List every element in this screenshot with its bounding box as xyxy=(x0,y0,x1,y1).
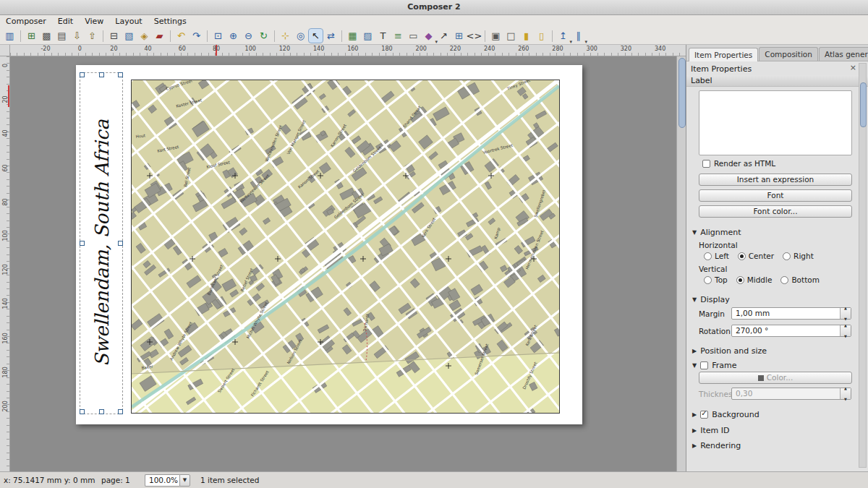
radio-middle[interactable]: Middle xyxy=(736,275,773,284)
refresh-view-icon[interactable]: ↻ xyxy=(257,29,271,43)
redo-icon[interactable]: ↷ xyxy=(190,29,203,43)
color-swatch-icon xyxy=(758,375,764,381)
align-items-icon[interactable]: ∥▾ xyxy=(571,29,585,43)
zoom-in-icon[interactable]: ⊕ xyxy=(226,29,240,43)
radio-button-icon[interactable] xyxy=(783,252,791,260)
panel-vertical-scrollbar[interactable] xyxy=(859,63,867,468)
radio-left[interactable]: Left xyxy=(704,252,729,260)
frame-color-button[interactable]: Color... xyxy=(699,372,852,384)
item-id-section-toggle[interactable]: ▶ Item ID xyxy=(692,426,729,435)
font-button[interactable]: Font xyxy=(699,189,852,202)
font-color-button[interactable]: Font color... xyxy=(699,205,852,218)
chevron-down-icon: ▼ xyxy=(692,362,697,369)
move-item-content-icon[interactable]: ⇄ xyxy=(324,29,338,43)
background-checkbox[interactable] xyxy=(700,411,708,419)
composer-manager-icon[interactable]: ▤ xyxy=(55,29,69,43)
frame-section-toggle[interactable]: ▼ Frame xyxy=(692,361,736,370)
alignment-section-toggle[interactable]: ▼ Alignment xyxy=(692,228,741,237)
add-new-map-icon[interactable]: ▦ xyxy=(346,29,359,43)
export-as-image-icon[interactable]: ▧ xyxy=(122,29,136,43)
radio-bottom[interactable]: Bottom xyxy=(780,275,820,284)
chevron-down-icon: ▼ xyxy=(692,296,697,303)
vertical-ruler[interactable]: 020406080100120140160180200 xyxy=(0,56,10,471)
add-new-label-icon[interactable]: T xyxy=(376,29,390,43)
zoom-full-icon[interactable]: ⊡ xyxy=(211,29,225,43)
unlock-all-items-icon[interactable]: ▯ xyxy=(535,29,548,43)
new-composer-icon[interactable]: ⊞ xyxy=(25,29,38,43)
canvas-vertical-scrollbar[interactable] xyxy=(676,56,686,471)
zoom-level-value[interactable]: 100.0% xyxy=(145,474,179,487)
pan-icon[interactable]: ⊹ xyxy=(278,29,292,43)
spinner-arrows-icon[interactable]: ▲▼ xyxy=(840,325,851,336)
zoom-combo[interactable]: 100.0% ▼ xyxy=(145,474,190,487)
background-section-label: Background xyxy=(712,410,760,419)
dropdown-arrow-icon[interactable]: ▼ xyxy=(179,474,190,487)
tab-item-properties[interactable]: Item Properties xyxy=(689,48,758,61)
tab-atlas-generation[interactable]: Atlas generation xyxy=(819,47,868,61)
horizontal-ruler[interactable]: -200204060801001201401601802002202402602… xyxy=(10,45,686,56)
thickness-input[interactable]: 0,30 ▲▼ xyxy=(731,388,851,400)
canvas-scrollbar-thumb[interactable] xyxy=(678,58,686,128)
radio-button-icon[interactable] xyxy=(780,276,788,284)
close-icon[interactable]: × xyxy=(850,63,856,72)
radio-center[interactable]: Center xyxy=(738,252,774,260)
radio-button-icon[interactable] xyxy=(738,252,746,260)
background-section-toggle[interactable]: ▶ Background xyxy=(692,410,760,419)
radio-button-icon[interactable] xyxy=(736,276,744,284)
position-size-section-toggle[interactable]: ▶ Position and size xyxy=(692,346,767,356)
add-attribute-table-icon[interactable]: ⊞ xyxy=(452,29,466,43)
undo-icon[interactable]: ↶ xyxy=(174,29,188,43)
render-as-html-checkbox[interactable] xyxy=(702,160,710,168)
menu-view[interactable]: View xyxy=(79,17,109,26)
ruler-label: 220 xyxy=(450,46,461,52)
page-indicator: page: 1 xyxy=(101,476,141,484)
export-as-svg-icon[interactable]: ◈ xyxy=(137,29,151,43)
ungroup-items-icon[interactable]: □ xyxy=(504,29,518,43)
dropdown-arrow-icon[interactable]: ▾ xyxy=(584,39,587,45)
radio-top[interactable]: Top xyxy=(704,275,728,284)
raise-selected-items-icon[interactable]: ↥▾ xyxy=(556,29,570,43)
chevron-down-icon: ▼ xyxy=(692,229,697,236)
map-item[interactable]: Cyprus StreetKoster StreetTiney StreetHo… xyxy=(131,80,560,414)
insert-expression-button[interactable]: Insert an expression xyxy=(699,174,852,186)
add-basic-shape-icon[interactable]: ◆▾ xyxy=(422,29,435,43)
save-as-template-icon[interactable]: ⇧ xyxy=(85,29,99,43)
zoom-out-icon[interactable]: ⊖ xyxy=(242,29,255,43)
rotation-input[interactable]: 270,00 ° ▲▼ xyxy=(731,325,851,337)
load-from-template-icon[interactable]: ⇩ xyxy=(70,29,84,43)
radio-button-icon[interactable] xyxy=(704,252,712,260)
display-section-toggle[interactable]: ▼ Display xyxy=(692,295,730,304)
save-project-icon[interactable]: ▥ xyxy=(3,29,17,43)
margin-input[interactable]: 1,00 mm ▲▼ xyxy=(731,307,851,320)
render-as-html-row[interactable]: Render as HTML xyxy=(702,159,775,168)
menu-edit[interactable]: Edit xyxy=(52,17,79,26)
add-image-icon[interactable]: ▨ xyxy=(361,29,375,43)
add-arrow-icon[interactable]: ↗ xyxy=(437,29,451,43)
duplicate-composer-icon[interactable]: ▩ xyxy=(40,29,54,43)
tab-composition[interactable]: Composition xyxy=(759,47,818,61)
composition-page[interactable]: Swellendam, South Africa Cyprus StreetKo… xyxy=(76,65,582,424)
spinner-arrows-icon[interactable]: ▲▼ xyxy=(840,308,851,319)
group-items-icon[interactable]: ▣ xyxy=(489,29,503,43)
radio-button-icon[interactable] xyxy=(704,276,712,284)
select-move-item-icon[interactable]: ↖ xyxy=(309,29,323,43)
toolbar-separator xyxy=(170,30,171,42)
menu-layout[interactable]: Layout xyxy=(109,17,148,26)
radio-right[interactable]: Right xyxy=(783,252,814,260)
lock-selected-items-icon[interactable]: ▮ xyxy=(519,29,533,43)
frame-checkbox[interactable] xyxy=(700,361,708,369)
add-html-frame-icon[interactable]: <> xyxy=(467,29,481,43)
label-text-area[interactable] xyxy=(699,90,852,155)
menu-composer[interactable]: Composer xyxy=(0,17,52,26)
add-new-legend-icon[interactable]: ≡ xyxy=(391,29,405,43)
export-as-pdf-icon[interactable]: ▰ xyxy=(153,29,166,43)
rendering-section-toggle[interactable]: ▶ Rendering xyxy=(692,441,741,450)
menu-settings[interactable]: Settings xyxy=(148,17,192,26)
ruler-label: 60 xyxy=(2,163,9,173)
print-icon[interactable]: ⊟ xyxy=(107,29,121,43)
composer-canvas[interactable]: Swellendam, South Africa Cyprus StreetKo… xyxy=(10,56,676,471)
render-as-html-label: Render as HTML xyxy=(714,159,775,168)
zoom-tool-icon[interactable]: ◎ xyxy=(294,29,307,43)
add-new-scalebar-icon[interactable]: ▭ xyxy=(407,29,420,43)
panel-scrollbar-thumb[interactable] xyxy=(860,82,867,127)
